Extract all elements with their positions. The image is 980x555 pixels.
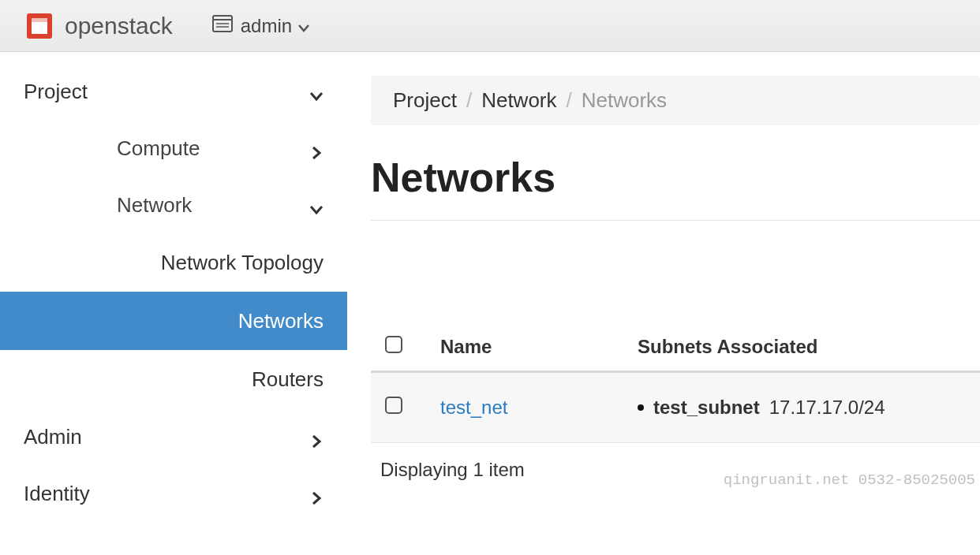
breadcrumb-separator: /: [466, 88, 472, 113]
chevron-right-icon: [309, 141, 324, 155]
sidebar-item-network[interactable]: Network: [0, 177, 347, 233]
chevron-down-icon: [309, 84, 324, 99]
sidebar-item-label: Network: [117, 193, 192, 218]
subnet-name: test_subnet: [653, 397, 760, 419]
column-header-subnets[interactable]: Subnets Associated: [623, 323, 980, 372]
cell-subnets: test_subnet 17.17.17.0/24: [623, 372, 980, 443]
page-title: Networks: [371, 154, 980, 201]
breadcrumb-link-project[interactable]: Project: [393, 88, 457, 113]
table-header-row: Name Subnets Associated: [371, 323, 980, 372]
chevron-right-icon: [309, 486, 324, 501]
subnet-item: test_subnet 17.17.17.0/24: [638, 397, 966, 419]
svg-rect-2: [32, 18, 47, 22]
sidebar: Project Compute Network Network Topology…: [0, 52, 347, 522]
chevron-right-icon: [309, 430, 324, 444]
project-selector[interactable]: admin: [212, 15, 309, 37]
sidebar-item-label: Networks: [238, 309, 324, 333]
sidebar-item-label: Network Topology: [161, 251, 324, 275]
window-icon: [212, 15, 233, 37]
layout: Project Compute Network Network Topology…: [0, 52, 980, 522]
caret-down-icon: [298, 15, 309, 37]
sidebar-item-routers[interactable]: Routers: [0, 350, 347, 408]
select-all-checkbox[interactable]: [385, 336, 402, 353]
sidebar-item-network-topology[interactable]: Network Topology: [0, 233, 347, 292]
sidebar-item-label: Project: [24, 80, 88, 104]
cell-name: test_net: [426, 372, 623, 443]
sidebar-item-networks[interactable]: Networks: [0, 292, 347, 350]
subnet-cidr: 17.17.17.0/24: [769, 397, 885, 419]
sidebar-item-label: Identity: [24, 482, 90, 506]
column-header-name[interactable]: Name: [426, 323, 623, 372]
openstack-logo-icon: [24, 10, 55, 42]
main-content: Project / Network / Networks Networks Na…: [347, 52, 980, 522]
project-selector-label: admin: [241, 15, 292, 37]
chevron-down-icon: [309, 198, 324, 212]
sidebar-item-project[interactable]: Project: [0, 63, 347, 120]
sidebar-item-label: Compute: [117, 136, 200, 161]
breadcrumb-current: Networks: [582, 88, 667, 113]
breadcrumb-link-network[interactable]: Network: [481, 88, 556, 113]
bullet-icon: [638, 404, 644, 411]
sidebar-item-label: Admin: [24, 425, 82, 449]
breadcrumb: Project / Network / Networks: [371, 76, 980, 125]
topbar: openstack admin: [0, 0, 980, 52]
breadcrumb-separator: /: [567, 88, 572, 113]
row-checkbox[interactable]: [385, 397, 402, 414]
divider: [371, 220, 980, 221]
sidebar-item-admin[interactable]: Admin: [0, 408, 347, 465]
watermark-text: qingruanit.net 0532-85025005: [724, 471, 975, 489]
sidebar-item-label: Routers: [252, 367, 324, 392]
sidebar-item-identity[interactable]: Identity: [0, 465, 347, 522]
column-header-checkbox: [371, 323, 426, 372]
network-name-link[interactable]: test_net: [440, 397, 507, 418]
table-row: test_net test_subnet 17.17.17.0/24: [371, 372, 980, 443]
cell-checkbox: [371, 372, 426, 443]
networks-table: Name Subnets Associated test_net tes: [371, 323, 980, 443]
sidebar-item-compute[interactable]: Compute: [0, 120, 347, 177]
brand-text: openstack: [65, 13, 173, 39]
